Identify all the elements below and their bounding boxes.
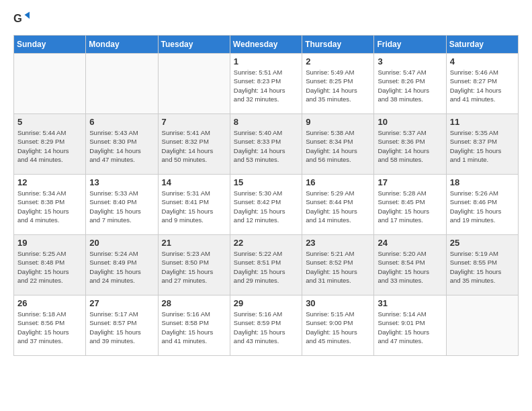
col-header-thursday: Thursday (302, 36, 374, 54)
day-number: 9 (306, 117, 370, 127)
calendar-cell: 17Sunrise: 5:28 AM Sunset: 8:45 PM Dayli… (374, 175, 446, 235)
day-info: Sunrise: 5:19 AM Sunset: 8:55 PM Dayligh… (450, 249, 515, 285)
day-number: 13 (89, 177, 154, 187)
calendar-cell: 6Sunrise: 5:43 AM Sunset: 8:30 PM Daylig… (86, 114, 158, 175)
calendar-cell (158, 54, 230, 114)
day-info: Sunrise: 5:41 AM Sunset: 8:32 PM Dayligh… (162, 128, 226, 164)
day-number: 15 (234, 177, 298, 187)
day-number: 6 (89, 117, 154, 127)
day-number: 30 (306, 298, 370, 308)
calendar-cell: 28Sunrise: 5:16 AM Sunset: 8:58 PM Dayli… (158, 295, 230, 356)
calendar-cell: 7Sunrise: 5:41 AM Sunset: 8:32 PM Daylig… (158, 114, 230, 175)
calendar: SundayMondayTuesdayWednesdayThursdayFrid… (13, 35, 519, 356)
day-info: Sunrise: 5:47 AM Sunset: 8:26 PM Dayligh… (378, 68, 442, 103)
calendar-cell: 24Sunrise: 5:20 AM Sunset: 8:54 PM Dayli… (374, 235, 446, 295)
calendar-cell: 9Sunrise: 5:38 AM Sunset: 8:34 PM Daylig… (302, 114, 374, 175)
calendar-cell: 4Sunrise: 5:46 AM Sunset: 8:27 PM Daylig… (446, 54, 518, 114)
calendar-cell: 16Sunrise: 5:29 AM Sunset: 8:44 PM Dayli… (302, 175, 374, 235)
svg-text:G: G (13, 12, 22, 24)
calendar-week-row: 19Sunrise: 5:25 AM Sunset: 8:48 PM Dayli… (14, 235, 519, 295)
day-info: Sunrise: 5:23 AM Sunset: 8:50 PM Dayligh… (162, 249, 226, 285)
col-header-tuesday: Tuesday (158, 36, 230, 54)
day-info: Sunrise: 5:37 AM Sunset: 8:36 PM Dayligh… (378, 128, 442, 164)
day-number: 4 (450, 56, 515, 66)
calendar-cell: 3Sunrise: 5:47 AM Sunset: 8:26 PM Daylig… (374, 54, 446, 114)
calendar-cell: 13Sunrise: 5:33 AM Sunset: 8:40 PM Dayli… (86, 175, 158, 235)
calendar-cell: 25Sunrise: 5:19 AM Sunset: 8:55 PM Dayli… (446, 235, 518, 295)
calendar-cell: 27Sunrise: 5:17 AM Sunset: 8:57 PM Dayli… (86, 295, 158, 356)
day-number: 7 (162, 117, 226, 127)
day-number: 10 (378, 117, 442, 127)
day-info: Sunrise: 5:33 AM Sunset: 8:40 PM Dayligh… (89, 189, 154, 224)
day-number: 14 (162, 177, 226, 187)
day-info: Sunrise: 5:43 AM Sunset: 8:30 PM Dayligh… (89, 128, 154, 164)
day-info: Sunrise: 5:15 AM Sunset: 9:00 PM Dayligh… (306, 310, 370, 345)
day-number: 8 (234, 117, 298, 127)
day-number: 19 (17, 238, 82, 248)
day-info: Sunrise: 5:44 AM Sunset: 8:29 PM Dayligh… (17, 128, 82, 164)
calendar-week-row: 12Sunrise: 5:34 AM Sunset: 8:38 PM Dayli… (14, 175, 519, 235)
day-info: Sunrise: 5:28 AM Sunset: 8:45 PM Dayligh… (378, 189, 442, 224)
day-info: Sunrise: 5:30 AM Sunset: 8:42 PM Dayligh… (234, 189, 298, 224)
day-number: 12 (17, 177, 82, 187)
calendar-cell: 12Sunrise: 5:34 AM Sunset: 8:38 PM Dayli… (14, 175, 86, 235)
col-header-saturday: Saturday (446, 36, 518, 54)
day-info: Sunrise: 5:46 AM Sunset: 8:27 PM Dayligh… (450, 68, 515, 103)
day-number: 21 (162, 238, 226, 248)
calendar-week-row: 26Sunrise: 5:18 AM Sunset: 8:56 PM Dayli… (14, 295, 519, 356)
calendar-cell: 1Sunrise: 5:51 AM Sunset: 8:23 PM Daylig… (230, 54, 302, 114)
col-header-friday: Friday (374, 36, 446, 54)
day-info: Sunrise: 5:20 AM Sunset: 8:54 PM Dayligh… (378, 249, 442, 285)
day-info: Sunrise: 5:49 AM Sunset: 8:25 PM Dayligh… (306, 68, 370, 103)
day-number: 2 (306, 56, 370, 66)
calendar-cell: 19Sunrise: 5:25 AM Sunset: 8:48 PM Dayli… (14, 235, 86, 295)
calendar-cell: 26Sunrise: 5:18 AM Sunset: 8:56 PM Dayli… (14, 295, 86, 356)
day-number: 17 (378, 177, 442, 187)
day-number: 3 (378, 56, 442, 66)
day-info: Sunrise: 5:26 AM Sunset: 8:46 PM Dayligh… (450, 189, 515, 224)
svg-marker-1 (25, 12, 30, 19)
day-info: Sunrise: 5:31 AM Sunset: 8:41 PM Dayligh… (162, 189, 226, 224)
logo-icon: G (13, 11, 30, 27)
day-info: Sunrise: 5:40 AM Sunset: 8:33 PM Dayligh… (234, 128, 298, 164)
day-info: Sunrise: 5:22 AM Sunset: 8:51 PM Dayligh… (234, 249, 298, 285)
calendar-cell: 20Sunrise: 5:24 AM Sunset: 8:49 PM Dayli… (86, 235, 158, 295)
calendar-cell: 14Sunrise: 5:31 AM Sunset: 8:41 PM Dayli… (158, 175, 230, 235)
calendar-cell: 2Sunrise: 5:49 AM Sunset: 8:25 PM Daylig… (302, 54, 374, 114)
calendar-cell: 30Sunrise: 5:15 AM Sunset: 9:00 PM Dayli… (302, 295, 374, 356)
day-info: Sunrise: 5:14 AM Sunset: 9:01 PM Dayligh… (378, 310, 442, 345)
calendar-cell: 21Sunrise: 5:23 AM Sunset: 8:50 PM Dayli… (158, 235, 230, 295)
calendar-cell: 29Sunrise: 5:16 AM Sunset: 8:59 PM Dayli… (230, 295, 302, 356)
day-info: Sunrise: 5:18 AM Sunset: 8:56 PM Dayligh… (17, 310, 82, 345)
day-info: Sunrise: 5:38 AM Sunset: 8:34 PM Dayligh… (306, 128, 370, 164)
day-number: 11 (450, 117, 515, 127)
calendar-week-row: 1Sunrise: 5:51 AM Sunset: 8:23 PM Daylig… (14, 54, 519, 114)
day-number: 1 (234, 56, 298, 66)
header: G (13, 11, 519, 27)
day-number: 16 (306, 177, 370, 187)
calendar-cell: 22Sunrise: 5:22 AM Sunset: 8:51 PM Dayli… (230, 235, 302, 295)
day-info: Sunrise: 5:51 AM Sunset: 8:23 PM Dayligh… (234, 68, 298, 103)
day-info: Sunrise: 5:29 AM Sunset: 8:44 PM Dayligh… (306, 189, 370, 224)
day-number: 28 (162, 298, 226, 308)
col-header-monday: Monday (86, 36, 158, 54)
day-number: 22 (234, 238, 298, 248)
day-number: 24 (378, 238, 442, 248)
calendar-cell: 15Sunrise: 5:30 AM Sunset: 8:42 PM Dayli… (230, 175, 302, 235)
day-number: 31 (378, 298, 442, 308)
day-info: Sunrise: 5:16 AM Sunset: 8:58 PM Dayligh… (162, 310, 226, 345)
day-info: Sunrise: 5:35 AM Sunset: 8:37 PM Dayligh… (450, 128, 515, 164)
day-info: Sunrise: 5:17 AM Sunset: 8:57 PM Dayligh… (89, 310, 154, 345)
col-header-wednesday: Wednesday (230, 36, 302, 54)
calendar-cell: 18Sunrise: 5:26 AM Sunset: 8:46 PM Dayli… (446, 175, 518, 235)
day-number: 29 (234, 298, 298, 308)
day-info: Sunrise: 5:25 AM Sunset: 8:48 PM Dayligh… (17, 249, 82, 285)
day-info: Sunrise: 5:24 AM Sunset: 8:49 PM Dayligh… (89, 249, 154, 285)
calendar-cell (14, 54, 86, 114)
calendar-cell (86, 54, 158, 114)
col-header-sunday: Sunday (14, 36, 86, 54)
calendar-cell: 5Sunrise: 5:44 AM Sunset: 8:29 PM Daylig… (14, 114, 86, 175)
calendar-cell: 8Sunrise: 5:40 AM Sunset: 8:33 PM Daylig… (230, 114, 302, 175)
day-number: 25 (450, 238, 515, 248)
logo: G (13, 11, 32, 27)
